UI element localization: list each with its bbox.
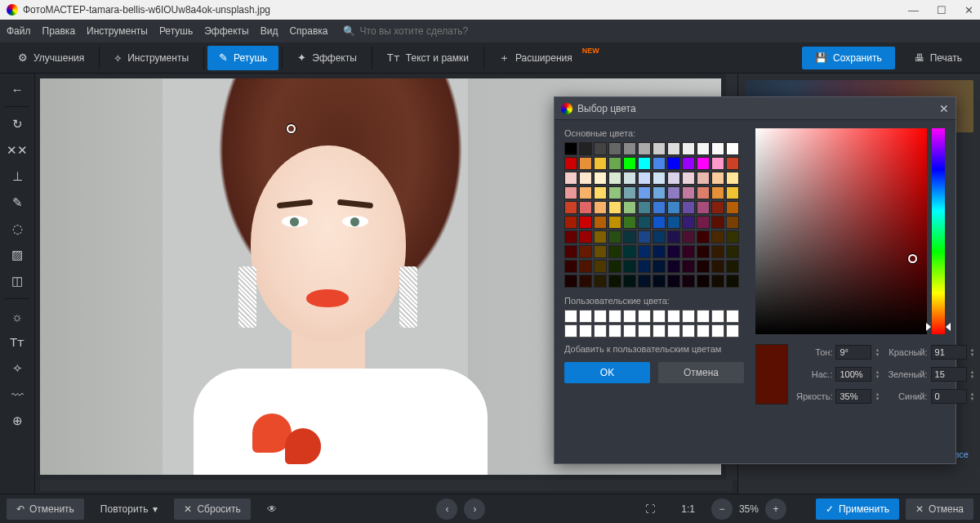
horizontal-scrollbar[interactable] [40, 480, 733, 491]
swatch[interactable] [667, 230, 680, 244]
custom-swatch[interactable] [653, 310, 666, 323]
swatch[interactable] [564, 245, 577, 258]
swatch[interactable] [564, 172, 577, 185]
swatch[interactable] [697, 275, 710, 288]
hue-spinner[interactable]: ▲▼ [875, 347, 884, 357]
swatch[interactable] [623, 245, 636, 258]
swatch[interactable] [653, 201, 666, 214]
swatch[interactable] [711, 216, 724, 229]
swatch[interactable] [697, 230, 710, 244]
swatch[interactable] [697, 260, 710, 273]
custom-swatch[interactable] [711, 310, 724, 323]
swatch[interactable] [638, 216, 651, 229]
swatch[interactable] [564, 201, 577, 214]
swatch[interactable] [667, 157, 680, 170]
tab-enhance[interactable]: ⚙Улучшения [7, 46, 96, 70]
swatch[interactable] [594, 172, 607, 185]
menu-help[interactable]: Справка [289, 25, 327, 37]
swatch[interactable] [653, 157, 666, 170]
swatch[interactable] [579, 172, 592, 185]
custom-swatch[interactable] [697, 310, 710, 323]
swatch[interactable] [623, 275, 636, 288]
swatch[interactable] [594, 201, 607, 214]
search-input[interactable] [360, 25, 507, 37]
custom-swatch[interactable] [667, 324, 680, 337]
menu-tools[interactable]: Инструменты [87, 25, 148, 37]
swatch[interactable] [682, 142, 695, 155]
swatch[interactable] [608, 216, 621, 229]
add-to-custom[interactable]: Добавить к пользовательским цветам [564, 344, 744, 354]
swatch[interactable] [608, 186, 621, 199]
custom-swatch[interactable] [638, 324, 651, 337]
swatch[interactable] [697, 157, 710, 170]
custom-swatch[interactable] [579, 324, 592, 337]
swatch[interactable] [667, 245, 680, 258]
zoom-out-button[interactable]: − [711, 498, 733, 520]
swatch[interactable] [682, 275, 695, 288]
sv-cursor[interactable] [908, 254, 917, 263]
swatch[interactable] [594, 275, 607, 288]
sparkle-icon[interactable]: ✧ [4, 358, 30, 379]
swatch[interactable] [623, 172, 636, 185]
swatch[interactable] [653, 172, 666, 185]
swatch[interactable] [682, 186, 695, 199]
swatch[interactable] [682, 201, 695, 214]
tab-text[interactable]: TᴛТекст и рамки [376, 46, 480, 70]
custom-swatch[interactable] [608, 310, 621, 323]
sat-input[interactable]: 100% [835, 367, 871, 382]
swatch[interactable] [594, 186, 607, 199]
val-input[interactable]: 35% [835, 389, 871, 404]
compare-button[interactable]: 👁 [257, 498, 287, 520]
swatch[interactable] [638, 172, 651, 185]
save-button[interactable]: 💾Сохранить [802, 47, 895, 69]
red-input[interactable]: 91 [931, 345, 967, 360]
swatch[interactable] [711, 275, 724, 288]
swatch[interactable] [726, 230, 739, 244]
swatch[interactable] [726, 216, 739, 229]
swatch[interactable] [667, 142, 680, 155]
maximize-icon[interactable]: ☐ [937, 4, 947, 16]
picker-cancel-button[interactable]: Отмена [658, 362, 744, 383]
stamp-icon[interactable]: ⊥ [4, 166, 30, 187]
swatch[interactable] [682, 157, 695, 170]
custom-swatch[interactable] [682, 310, 695, 323]
custom-swatch[interactable] [697, 324, 710, 337]
swatch[interactable] [564, 142, 577, 155]
blue-input[interactable]: 0 [931, 389, 967, 404]
swatch[interactable] [638, 157, 651, 170]
swatch[interactable] [697, 142, 710, 155]
swatch[interactable] [667, 172, 680, 185]
swatch[interactable] [653, 186, 666, 199]
swatch[interactable] [608, 230, 621, 244]
rotate-icon[interactable]: ↻ [4, 114, 30, 135]
custom-swatch[interactable] [623, 310, 636, 323]
menu-view[interactable]: Вид [261, 25, 278, 37]
zoom-in-button[interactable]: + [765, 498, 786, 520]
swatch[interactable] [638, 275, 651, 288]
fit-button[interactable]: ⛶ [635, 498, 665, 520]
swatch[interactable] [726, 142, 739, 155]
swatch[interactable] [608, 260, 621, 273]
swatch[interactable] [653, 245, 666, 258]
redo-button[interactable]: Повторить ▾ [91, 498, 168, 520]
custom-swatch[interactable] [711, 324, 724, 337]
swatch[interactable] [623, 230, 636, 244]
custom-swatch[interactable] [594, 324, 607, 337]
swatch[interactable] [638, 186, 651, 199]
swatch[interactable] [667, 201, 680, 214]
picker-ok-button[interactable]: OK [564, 362, 650, 383]
swatch[interactable] [564, 216, 577, 229]
sun-icon[interactable]: ☼ [4, 306, 30, 327]
print-button[interactable]: 🖶Печать [903, 47, 973, 69]
swatch[interactable] [579, 230, 592, 244]
swatch[interactable] [594, 245, 607, 258]
swatch[interactable] [711, 172, 724, 185]
search-box[interactable]: 🔍 [343, 25, 507, 37]
swatch[interactable] [623, 260, 636, 273]
swatch[interactable] [623, 216, 636, 229]
custom-swatch[interactable] [726, 324, 739, 337]
sat-val-picker[interactable] [755, 128, 927, 334]
custom-swatch[interactable] [608, 324, 621, 337]
tab-extensions[interactable]: ＋Расширения [488, 46, 584, 70]
swatch[interactable] [726, 275, 739, 288]
